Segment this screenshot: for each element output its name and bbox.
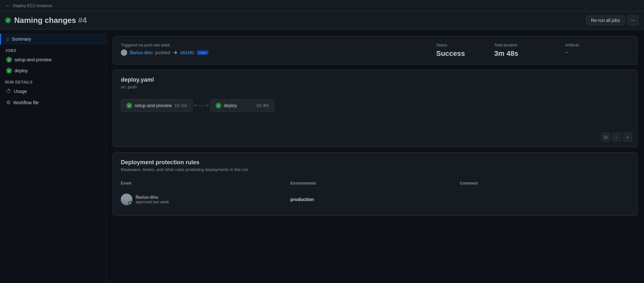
actor-name[interactable]: flavius-dinu	[130, 50, 153, 55]
artifacts-label: Artifacts	[565, 43, 630, 47]
pushed-label: pushed	[155, 50, 170, 55]
pipeline-node-setup[interactable]: setup-and-preview 1m 11s	[121, 99, 193, 112]
workflow-file-label: Workflow file	[13, 100, 39, 105]
duration-label: Total duration	[494, 43, 559, 47]
trigger-label: Triggered via push last week	[121, 43, 430, 47]
user-name[interactable]: flavius-dinu	[136, 195, 169, 200]
zoom-in-button[interactable]: +	[623, 133, 632, 142]
rerun-button[interactable]: Re-run all jobs	[586, 15, 625, 25]
clock-icon: ⏱	[6, 88, 11, 94]
header-left: Naming changes #4	[5, 16, 87, 25]
col-environments: Environments	[290, 181, 460, 186]
duration-value: 3m 48s	[494, 49, 559, 58]
protection-card: Deployment protection rules Reviewers, t…	[113, 152, 638, 216]
col-comment: Comment	[460, 181, 630, 186]
back-arrow-icon[interactable]: ←	[5, 3, 10, 8]
connector-dot-right	[206, 104, 209, 107]
artifacts-section: Artifacts –	[565, 43, 630, 55]
page-header: Naming changes #4 Re-run all jobs ···	[0, 11, 644, 30]
more-options-button[interactable]: ···	[628, 15, 639, 25]
pipeline-node-deploy[interactable]: deploy 1m 36s	[210, 99, 274, 112]
zoom-out-button[interactable]: −	[612, 133, 621, 142]
env-badge: production	[290, 197, 314, 202]
sidebar-item-setup-and-preview[interactable]: setup-and-preview	[0, 54, 106, 65]
title-text: Naming changes	[14, 16, 76, 25]
run-status-icon	[5, 17, 11, 23]
run-number: #4	[78, 16, 87, 25]
home-icon: ⌂	[6, 36, 9, 42]
job-label-deploy: deploy	[14, 68, 28, 73]
page-title: Naming changes #4	[14, 16, 87, 25]
pipeline-job-time-deploy: 1m 36s	[256, 103, 269, 108]
workflow-trigger: on: push	[121, 85, 630, 89]
user-avatar: ✓	[121, 194, 132, 205]
status-value: Success	[436, 49, 488, 58]
usage-label: Usage	[14, 89, 27, 94]
summary-label: Summary	[12, 36, 31, 42]
run-details-section-label: Run details	[0, 76, 106, 86]
job-label-setup: setup-and-preview	[14, 57, 52, 62]
duration-section: Total duration 3m 48s	[494, 43, 559, 58]
actor-avatar	[121, 49, 127, 56]
info-card: Triggered via push last week flavius-din…	[113, 36, 638, 65]
status-label: Status	[436, 43, 488, 47]
main-content: Triggered via push last week flavius-din…	[106, 30, 644, 283]
deploy-status-icon	[216, 103, 221, 108]
workflow-filename: deploy.yaml	[121, 76, 630, 83]
sidebar-item-summary[interactable]: ⌂ Summary	[0, 34, 106, 45]
event-cell: ✓ flavius-dinu approved last week	[121, 194, 290, 205]
info-grid: Triggered via push last week flavius-din…	[121, 43, 630, 58]
protection-title: Deployment protection rules	[121, 159, 630, 166]
sidebar-item-deploy[interactable]: deploy	[0, 65, 106, 76]
table-row: ✓ flavius-dinu approved last week produc…	[121, 190, 630, 209]
sidebar-item-usage[interactable]: ⏱ Usage	[0, 86, 106, 97]
pipeline-connector	[193, 104, 210, 107]
sidebar-item-workflow-file[interactable]: ⚙ Workflow file	[0, 97, 106, 108]
push-arrow-icon	[173, 50, 178, 55]
card-controls: ⊡ − +	[601, 133, 632, 142]
workflow-icon: ⚙	[6, 99, 11, 106]
status-section: Status Success	[436, 43, 488, 58]
protection-subtitle: Reviewers, timers, and other rules prote…	[121, 167, 630, 172]
artifacts-value: –	[565, 49, 630, 55]
user-action: approved last week	[136, 200, 169, 204]
user-info: flavius-dinu approved last week	[136, 195, 169, 204]
jobs-section-label: Jobs	[0, 45, 106, 54]
fit-button[interactable]: ⊡	[601, 133, 610, 142]
approved-badge-icon: ✓	[128, 201, 132, 205]
workflow-card: deploy.yaml on: push setup-and-preview 1…	[113, 70, 638, 147]
trigger-section: Triggered via push last week flavius-din…	[121, 43, 430, 56]
pipeline-job-name-setup: setup-and-preview	[135, 103, 172, 108]
header-actions: Re-run all jobs ···	[586, 15, 639, 25]
pipeline-job-time-setup: 1m 11s	[174, 103, 187, 108]
job-status-icon-setup	[6, 57, 12, 63]
sidebar: ⌂ Summary Jobs setup-and-preview deploy …	[0, 30, 106, 283]
commit-hash[interactable]: 0931ff2	[180, 50, 194, 55]
col-event: Event	[121, 181, 290, 186]
trigger-row: flavius-dinu pushed 0931ff2 main	[121, 49, 430, 56]
environment-cell: production	[290, 197, 460, 202]
top-bar: ← Deploy EC2 Instance	[0, 0, 644, 11]
branch-badge[interactable]: main	[197, 50, 208, 55]
back-label[interactable]: Deploy EC2 Instance	[13, 3, 52, 8]
pipeline: setup-and-preview 1m 11s deploy 1m 36s	[121, 99, 630, 112]
pipeline-job-name-deploy: deploy	[224, 103, 237, 108]
connector-dot-left	[194, 104, 197, 107]
job-status-icon-deploy	[6, 68, 12, 74]
connector-line	[197, 105, 206, 106]
main-layout: ⌂ Summary Jobs setup-and-preview deploy …	[0, 30, 644, 283]
protection-table-header: Event Environments Comment	[121, 178, 630, 188]
setup-status-icon	[126, 103, 132, 108]
